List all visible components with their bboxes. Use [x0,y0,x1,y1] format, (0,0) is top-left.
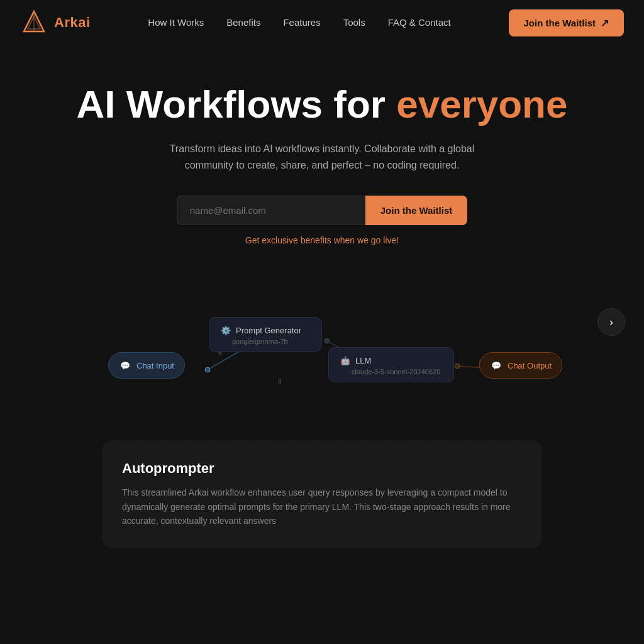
svg-text:d: d [278,378,282,385]
arrow-icon: ↗ [601,17,609,29]
logo-text: Arkai [54,14,91,31]
chat-output-icon: 💬 [490,359,502,372]
nav-link-tools[interactable]: Tools [343,17,365,28]
svg-point-8 [325,338,330,343]
prompt-gen-icon: ⚙️ [219,324,232,336]
nav-link-faq[interactable]: FAQ & Contact [388,17,451,28]
prompt-generator-node: ⚙️ Prompt Generator google/gemma-7b [209,317,322,352]
next-button[interactable]: › [597,308,625,336]
waitlist-button[interactable]: Join the Waitlist [365,196,467,225]
hero-section: AI Workflows for everyone Transform idea… [0,45,644,270]
navbar: Arkai How It Works Benefits Features Too… [0,0,644,45]
llm-node: 🤖 LLM claude-3-5-sonnet-20240620 [328,347,454,382]
nav-link-how-it-works[interactable]: How It Works [148,17,204,28]
chat-input-icon: 💬 [119,359,131,372]
card-description: This streamlined Arkai workflow enhances… [122,486,522,528]
workflow-diagram: a b c d 💬 Chat Input ⚙️ Prompt Generator… [39,296,605,421]
svg-point-6 [205,367,210,372]
svg-point-10 [455,364,460,369]
nav-link-benefits[interactable]: Benefits [226,17,260,28]
chat-output-node: 💬 Chat Output [479,352,562,379]
logo: Arkai [20,9,91,36]
hero-subtitle: Transform ideas into AI workflows instan… [146,141,498,173]
bottom-section: Autoprompter This streamlined Arkai work… [0,440,644,548]
nav-waitlist-button[interactable]: Join the Waitlist ↗ [509,9,624,36]
hero-title: AI Workflows for everyone [13,83,631,126]
email-form: Join the Waitlist [13,196,631,225]
llm-icon: 🤖 [339,354,352,367]
nav-links: How It Works Benefits Features Tools FAQ… [148,17,450,28]
chat-input-node: 💬 Chat Input [108,352,185,379]
card-title: Autoprompter [122,460,522,477]
logo-icon [20,9,48,36]
nav-link-features[interactable]: Features [283,17,320,28]
email-input[interactable] [177,196,365,225]
exclusive-text: Get exclusive benefits when we go live! [13,235,631,245]
workflow-card: Autoprompter This streamlined Arkai work… [102,440,542,548]
